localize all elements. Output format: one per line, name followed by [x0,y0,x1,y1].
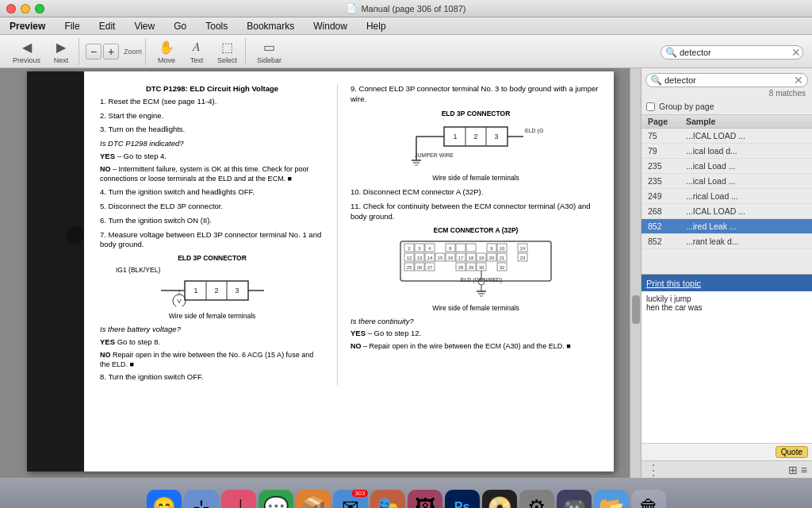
search-result-row[interactable]: 79...ical load d... [642,144,812,159]
dock-dvd[interactable]: 📀 [482,490,517,508]
step-11: 11. Check for continuity between the ECM… [350,202,601,222]
svg-rect-36 [456,244,465,252]
result-sample: ...ICAL LOAD ... [683,130,812,141]
dock-cocoapack[interactable]: 📦 [296,490,331,508]
result-page: 235 [642,160,683,171]
search-input[interactable] [680,48,789,57]
svg-text:ELD (GRN/RED): ELD (GRN/RED) [525,128,543,134]
svg-text:30: 30 [479,265,485,270]
search-result-row[interactable]: 235...ical Load ... [642,159,812,174]
svg-text:6: 6 [449,246,452,251]
dock-trash[interactable]: 🗑 [631,490,666,508]
dock-chat[interactable]: 💬 [259,490,293,508]
menu-tools[interactable]: Tools [202,19,231,33]
zoom-out-button[interactable]: − [86,44,102,60]
maximize-button[interactable] [35,4,44,13]
result-page: 79 [642,145,683,156]
panel-search-icon: 🔍 [650,75,662,86]
search-result-row[interactable]: 852...rant leak d... [642,234,812,249]
step-2: 2. Start the engine. [100,111,324,121]
zoom-in-button[interactable]: + [103,44,119,60]
panel-search-input[interactable] [665,75,791,85]
folder-icon: 📂 [599,495,624,509]
svg-text:V: V [177,298,182,305]
col-page-header: Page [642,115,683,128]
menu-go[interactable]: Go [170,19,190,33]
group-by-row: Group by page [642,100,812,114]
menubar: Preview File Edit View Go Tools Bookmark… [0,17,812,35]
dvd-icon: 📀 [487,495,512,509]
select-button[interactable]: ⬚ Select [213,37,242,66]
dock-system-prefs[interactable]: ⚙ [519,490,554,508]
search-result-row[interactable]: 249...rical Load ... [642,189,812,204]
zoom-controls: − + [86,44,119,60]
move-icon: ✋ [158,38,175,56]
step-6: 6. Turn the ignition switch ON (II). [100,216,324,226]
pdf-page: DTC P1298: ELD Circuit High Voltage 1. R… [27,71,614,471]
print-topic-link[interactable]: Print this topic [646,279,701,288]
dock-games[interactable]: 🎮 [557,490,592,508]
svg-text:23: 23 [520,256,526,260]
menu-window[interactable]: Window [310,19,350,33]
dock-music[interactable]: ♩ [221,490,256,508]
yes-step12: YES – Go to step 12. [350,329,601,339]
menu-edit[interactable]: Edit [96,19,119,33]
panel-view-controls: ⊞ ≡ [788,464,807,476]
result-sample: ...ICAL LOAD ... [683,206,812,217]
menu-app[interactable]: Preview [6,19,48,33]
page-spine [27,71,84,471]
svg-text:17: 17 [458,256,464,260]
pdf-scrollbar[interactable] [630,68,641,478]
pdf-viewer[interactable]: DTC P1298: ELD Circuit High Voltage 1. R… [0,68,641,478]
previous-icon: ◀ [18,38,36,56]
list-view-icon[interactable]: ≡ [801,464,807,476]
menu-view[interactable]: View [131,19,158,33]
nav-group: ◀ Previous ▶ Next [5,38,79,65]
dock-mail[interactable]: ✉ 303 [333,490,368,508]
toolbar: ◀ Previous ▶ Next − + Zoom ✋ Move [0,35,812,68]
text-button[interactable]: 𝐴 Text [182,37,211,66]
zoom-group: − + Zoom [82,38,146,65]
dock-finder2[interactable]: 📂 [594,490,629,508]
group-by-checkbox[interactable] [646,102,655,111]
next-button[interactable]: ▶ Next [47,37,75,66]
battery-question: Is there battery voltage? [100,325,324,335]
quote-button[interactable]: Quote [776,446,808,458]
wire-side1: Wire side of female terminals [100,312,324,321]
scrollbar-thumb[interactable] [632,295,640,324]
dock-photos[interactable]: 🖼 [408,490,442,508]
next-icon: ▶ [52,38,70,56]
menu-bookmarks[interactable]: Bookmarks [243,19,297,33]
dock-photoshop[interactable]: Ps [445,490,480,508]
select-icon: ⬚ [219,38,236,56]
svg-text:9: 9 [490,246,493,251]
grid-view-icon[interactable]: ⊞ [788,464,798,476]
dock-finder[interactable]: 😊 [147,490,182,508]
move-button[interactable]: ✋ Move [152,37,181,66]
previous-button[interactable]: ◀ Previous [8,37,45,66]
trash-icon: 🗑 [638,495,659,509]
dock-dashboard[interactable]: ⊹ [184,490,219,508]
result-sample: ...ical Load ... [683,160,812,171]
panel-clear-button[interactable]: ✕ [794,75,803,86]
close-button[interactable] [6,4,16,13]
toolbar-search-area: 🔍 ✕ [657,41,807,61]
search-result-row[interactable]: 268...ICAL LOAD ... [642,204,812,219]
pdf-left-column: DTC P1298: ELD Circuit High Voltage 1. R… [100,84,338,385]
svg-text:1: 1 [453,133,457,140]
search-result-row[interactable]: 75...ICAL LOAD ... [642,129,812,144]
step-5: 5. Disconnect the ELD 3P connector. [100,202,324,212]
dock: 😊 ⊹ ♩ 💬 📦 ✉ 303 🎭 🖼 Ps 📀 ⚙ [0,478,812,508]
menu-file[interactable]: File [61,19,82,33]
results-header: Page Sample [642,114,812,129]
sidebar-button[interactable]: ▭ Sidebar [252,37,286,66]
search-result-row[interactable]: 852...ired Leak ... [642,219,812,234]
menu-help[interactable]: Help [363,19,389,33]
wire-label-ig1: IG1 (BLK/YEL) [116,266,324,275]
search-result-row[interactable]: 235...ical Load ... [642,174,812,189]
svg-text:32: 32 [500,265,505,270]
search-clear-button[interactable]: ✕ [791,47,801,58]
no-ok: NO – Intermittent failure, system is OK … [100,164,324,183]
minimize-button[interactable] [21,4,30,13]
dock-pix[interactable]: 🎭 [370,490,405,508]
